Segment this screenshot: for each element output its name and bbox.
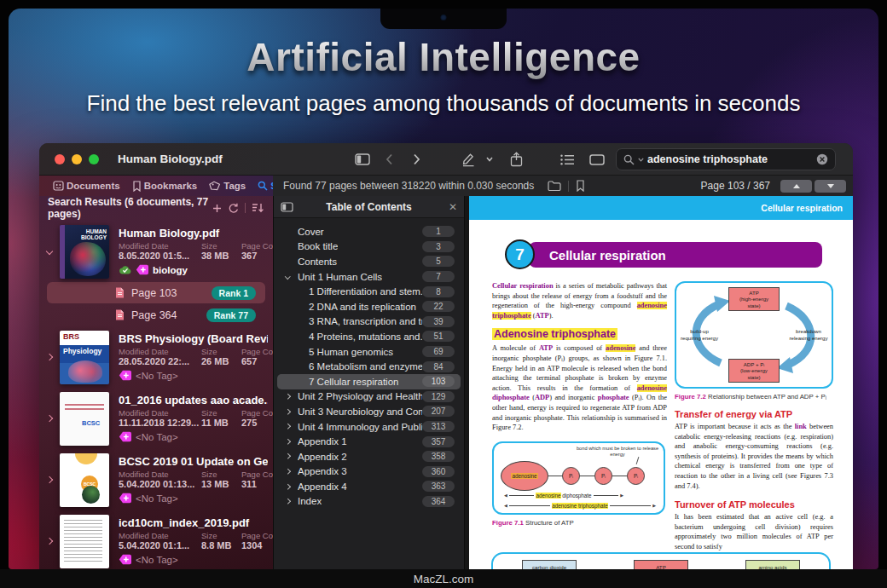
markup-pencil-icon[interactable] <box>459 143 478 176</box>
chevron-down-icon[interactable] <box>39 249 60 254</box>
folder-icon[interactable] <box>548 181 561 191</box>
close-icon[interactable]: ✕ <box>449 201 457 213</box>
adenosine-ellipse: adenosine <box>501 461 548 491</box>
chevron-right-icon[interactable] <box>286 440 290 444</box>
toc-item[interactable]: 4 Proteins, mutations and...51 <box>277 329 461 344</box>
add-tag-icon[interactable] <box>119 431 132 442</box>
add-tag-icon[interactable] <box>136 264 149 275</box>
toc-item[interactable]: Appendix 4363 <box>277 479 461 494</box>
meta-label: Modified Date <box>119 531 201 540</box>
paragraph: ATP is important because it acts as the … <box>675 422 833 491</box>
meta-value: 11.11.2018 12:29... <box>119 418 201 428</box>
document-row[interactable]: icd10cm_index_2019.pdfModified DateSizeP… <box>39 511 273 569</box>
forward-chevron-icon[interactable] <box>408 143 425 176</box>
search-result-page[interactable]: Page 364Rank 77 <box>47 304 265 326</box>
document-row[interactable]: BRSPhysiologyBRS Physiology (Board Revie… <box>39 327 273 387</box>
document-row[interactable]: BCSC01_2016 updates aao acade...Modified… <box>39 389 273 448</box>
phosphate-circle: Pᵢ <box>627 467 645 485</box>
search-input[interactable] <box>647 153 813 165</box>
toc-item[interactable]: 5 Human genomics69 <box>277 344 461 360</box>
sort-icon[interactable] <box>252 203 264 213</box>
toc-item[interactable]: 3 RNA, transcription and tr...39 <box>277 314 461 330</box>
document-row[interactable]: HUMAN BIOLOGYHuman Biology.pdfModified D… <box>39 222 273 281</box>
meta-label: Page Count <box>241 470 273 479</box>
sidebar-toggle-icon[interactable] <box>351 143 374 176</box>
search-result-page[interactable]: Page 103Rank 1 <box>47 282 265 303</box>
minimize-window-button[interactable] <box>72 154 82 164</box>
toc-item[interactable]: Unit 4 Immunology and Public...313 <box>277 419 461 435</box>
tab-bookmarks[interactable]: Bookmarks <box>132 181 198 192</box>
bookmark-indicator-icon[interactable] <box>576 180 585 192</box>
chevron-right-icon[interactable] <box>286 485 290 489</box>
document-entry: BRSPhysiologyBRS Physiology (Board Revie… <box>39 327 273 387</box>
chevron-right-icon[interactable] <box>39 416 60 421</box>
add-icon[interactable] <box>212 204 222 213</box>
chevron-right-icon[interactable] <box>39 355 60 360</box>
toc-page-badge: 313 <box>422 421 455 432</box>
toc-item-label: Contents <box>298 257 337 267</box>
toc-item[interactable]: Appendix 2358 <box>277 449 461 464</box>
chevron-right-icon[interactable] <box>286 499 290 504</box>
triphosphate-span-label: ◀ adenosine triphosphate ▶ <box>504 503 656 509</box>
meta-label: Size <box>201 408 241 418</box>
markup-chevron-down-icon[interactable] <box>483 143 496 176</box>
zoom-window-button[interactable] <box>89 154 99 164</box>
back-chevron-icon[interactable] <box>380 143 397 176</box>
chevron-right-icon[interactable] <box>286 395 290 399</box>
meta-value: 311 <box>241 479 273 489</box>
toc-item[interactable]: 6 Metabolism and enzymes84 <box>277 359 461 374</box>
toc-item[interactable]: Unit 2 Physiology and Health129 <box>277 389 461 405</box>
tag-label: biology <box>153 265 188 275</box>
search-field[interactable] <box>616 148 836 170</box>
add-tag-icon[interactable] <box>119 370 132 381</box>
chevron-down-icon[interactable] <box>286 274 290 279</box>
add-tag-icon[interactable] <box>119 554 132 565</box>
phosphate-circle: Pᵢ <box>562 467 580 485</box>
table-of-contents-icon[interactable] <box>558 143 577 176</box>
toc-item[interactable]: Contents5 <box>277 254 461 269</box>
add-tag-icon[interactable] <box>119 493 132 504</box>
cover-text: BCSC <box>82 419 100 427</box>
document-row[interactable]: BCSCBCSC 2019 01 Update on Gen...Modifie… <box>39 450 273 510</box>
chevron-right-icon[interactable] <box>39 539 60 544</box>
chevron-right-icon[interactable] <box>286 454 290 458</box>
chevron-right-icon[interactable] <box>286 424 290 429</box>
toc-item[interactable]: 7 Cellular respiration103 <box>277 374 461 389</box>
atp-box: ATP <box>634 560 688 569</box>
chevron-right-icon[interactable] <box>39 477 60 482</box>
chevron-right-icon[interactable] <box>286 470 290 474</box>
toc-page-badge: 84 <box>422 361 455 372</box>
meta-value: 11 MB <box>201 418 241 428</box>
toc-item[interactable]: Appendix 3360 <box>277 464 461 480</box>
toc-item[interactable]: Unit 1 Human Cells7 <box>277 269 461 285</box>
document-tags: biology <box>119 263 268 276</box>
tab-tags[interactable]: Tags <box>209 181 246 191</box>
toc-item-label: Appendix 4 <box>298 481 347 492</box>
toc-item[interactable]: Appendix 1357 <box>277 434 461 449</box>
refresh-icon[interactable] <box>228 203 239 213</box>
meta-value: 5.04.2020 01:13... <box>119 479 201 489</box>
toc-sidebar-toggle-icon[interactable] <box>281 202 293 212</box>
hero-subtitle: Find the best relevant pages among thous… <box>9 90 878 117</box>
search-scope-chevron-icon[interactable] <box>638 158 644 162</box>
toc-item[interactable]: 2 DNA and its replication22 <box>277 299 461 314</box>
divider <box>568 181 569 192</box>
share-icon[interactable] <box>507 143 525 176</box>
toc-page-badge: 207 <box>422 406 455 417</box>
tab-label: Documents <box>67 181 120 191</box>
tab-documents[interactable]: Documents <box>53 181 120 191</box>
previous-page-button[interactable] <box>780 180 812 193</box>
page-view-icon[interactable] <box>587 143 607 176</box>
chevron-right-icon[interactable] <box>286 410 290 414</box>
bond-line <box>542 476 640 476</box>
toc-item[interactable]: 1 Differentiation and stem...8 <box>277 284 461 299</box>
toc-item[interactable]: Cover1 <box>277 224 461 239</box>
toc-page-badge: 7 <box>422 271 455 282</box>
toc-item[interactable]: Unit 3 Neurobiology and Com...207 <box>277 404 461 419</box>
toc-item[interactable]: Book title3 <box>277 239 461 255</box>
close-window-button[interactable] <box>55 154 65 164</box>
next-page-button[interactable] <box>815 180 846 193</box>
toc-page-badge: 1 <box>422 226 455 237</box>
toc-item[interactable]: Index364 <box>277 494 461 510</box>
clear-search-icon[interactable] <box>816 153 828 165</box>
